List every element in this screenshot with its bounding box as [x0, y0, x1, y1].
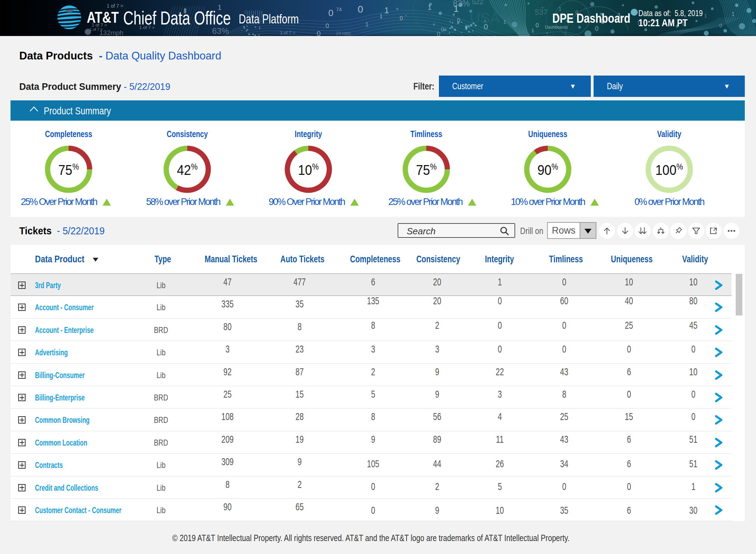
svg-text:1: 1	[531, 27, 534, 33]
svg-text:0: 0	[441, 27, 444, 33]
svg-text:1: 1	[704, 13, 707, 19]
svg-text:83%: 83%	[453, 0, 470, 8]
svg-text:24 tabs: 24 tabs	[336, 31, 351, 36]
svg-text:0: 0	[595, 25, 598, 32]
svg-text:1: 1	[503, 19, 506, 25]
svg-text:0: 0	[437, 31, 440, 36]
svg-text:0: 0	[457, 17, 460, 23]
svg-text:1 of 7 =: 1 of 7 =	[107, 3, 123, 9]
svg-text:1: 1	[379, 13, 383, 20]
svg-text:132mph: 132mph	[99, 29, 124, 36]
svg-text:0: 0	[536, 22, 539, 29]
svg-text:1: 1	[559, 6, 561, 12]
svg-text:522: 522	[472, 0, 483, 6]
svg-text:1: 1	[428, 3, 432, 11]
svg-text:74: 74	[336, 6, 342, 12]
svg-text:1: 1	[732, 11, 735, 17]
svg-text:0: 0	[400, 15, 403, 21]
svg-text:537: 537	[535, 8, 548, 16]
svg-text:1 of 7 =: 1 of 7 =	[280, 30, 295, 35]
svg-text:0: 0	[328, 8, 333, 18]
svg-text:1: 1	[384, 6, 389, 15]
svg-text:0: 0	[358, 4, 363, 15]
svg-text:1: 1	[365, 22, 369, 28]
svg-text:USA: USA	[470, 10, 500, 26]
svg-text:0: 0	[326, 22, 329, 29]
svg-text:0: 0	[719, 22, 722, 28]
svg-text:0: 0	[317, 30, 321, 36]
